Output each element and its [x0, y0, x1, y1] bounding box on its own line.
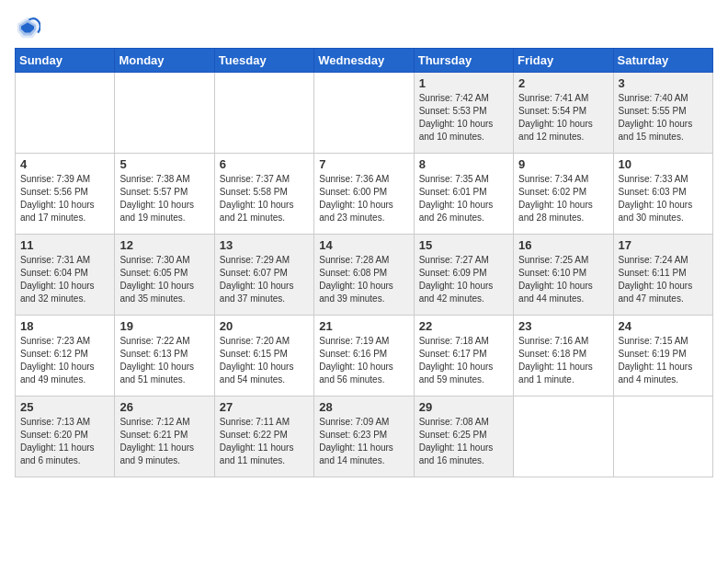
week-row-2: 4Sunrise: 7:39 AM Sunset: 5:56 PM Daylig… [16, 154, 713, 235]
weekday-header-sunday: Sunday [16, 49, 115, 73]
calendar-cell: 19Sunrise: 7:22 AM Sunset: 6:13 PM Dayli… [115, 316, 214, 396]
day-info: Sunrise: 7:40 AM Sunset: 5:55 PM Dayligh… [619, 92, 708, 144]
calendar-cell: 3Sunrise: 7:40 AM Sunset: 5:55 PM Daylig… [613, 73, 712, 154]
day-number: 23 [518, 319, 608, 333]
day-info: Sunrise: 7:42 AM Sunset: 5:53 PM Dayligh… [419, 92, 508, 144]
page-header [15, 15, 713, 40]
day-info: Sunrise: 7:34 AM Sunset: 6:02 PM Dayligh… [518, 173, 608, 224]
weekday-header-wednesday: Wednesday [314, 49, 414, 73]
calendar-cell: 25Sunrise: 7:13 AM Sunset: 6:20 PM Dayli… [16, 396, 115, 477]
calendar-cell: 18Sunrise: 7:23 AM Sunset: 6:12 PM Dayli… [16, 316, 115, 396]
calendar-cell: 28Sunrise: 7:09 AM Sunset: 6:23 PM Dayli… [314, 396, 414, 477]
calendar-cell: 26Sunrise: 7:12 AM Sunset: 6:21 PM Dayli… [115, 396, 214, 477]
calendar-cell [115, 73, 214, 154]
calendar-cell: 17Sunrise: 7:24 AM Sunset: 6:11 PM Dayli… [613, 235, 712, 316]
week-row-5: 25Sunrise: 7:13 AM Sunset: 6:20 PM Dayli… [16, 396, 713, 477]
calendar-cell: 14Sunrise: 7:28 AM Sunset: 6:08 PM Dayli… [314, 235, 414, 316]
day-info: Sunrise: 7:15 AM Sunset: 6:19 PM Dayligh… [619, 335, 708, 386]
calendar-cell [514, 396, 613, 477]
day-number: 5 [119, 157, 209, 171]
calendar-cell [16, 73, 115, 154]
weekday-header-saturday: Saturday [613, 49, 712, 73]
day-number: 4 [20, 157, 109, 171]
weekday-header-tuesday: Tuesday [214, 49, 313, 73]
calendar-cell: 27Sunrise: 7:11 AM Sunset: 6:22 PM Dayli… [214, 396, 313, 477]
day-number: 12 [119, 238, 209, 252]
day-info: Sunrise: 7:11 AM Sunset: 6:22 PM Dayligh… [220, 416, 309, 467]
day-info: Sunrise: 7:29 AM Sunset: 6:07 PM Dayligh… [220, 254, 309, 305]
day-info: Sunrise: 7:30 AM Sunset: 6:05 PM Dayligh… [119, 254, 209, 305]
calendar-cell: 1Sunrise: 7:42 AM Sunset: 5:53 PM Daylig… [414, 73, 513, 154]
logo-icon [15, 15, 40, 40]
day-number: 28 [319, 400, 408, 414]
day-number: 17 [619, 238, 708, 252]
day-number: 9 [518, 157, 608, 171]
calendar-cell: 20Sunrise: 7:20 AM Sunset: 6:15 PM Dayli… [214, 316, 313, 396]
calendar-cell: 23Sunrise: 7:16 AM Sunset: 6:18 PM Dayli… [514, 316, 613, 396]
day-info: Sunrise: 7:37 AM Sunset: 5:58 PM Dayligh… [220, 173, 309, 224]
day-number: 1 [419, 76, 508, 90]
day-info: Sunrise: 7:31 AM Sunset: 6:04 PM Dayligh… [20, 254, 109, 305]
calendar-cell: 15Sunrise: 7:27 AM Sunset: 6:09 PM Dayli… [414, 235, 513, 316]
calendar-cell: 12Sunrise: 7:30 AM Sunset: 6:05 PM Dayli… [115, 235, 214, 316]
day-number: 26 [119, 400, 209, 414]
calendar-cell [314, 73, 414, 154]
day-info: Sunrise: 7:41 AM Sunset: 5:54 PM Dayligh… [518, 92, 608, 144]
calendar-cell: 16Sunrise: 7:25 AM Sunset: 6:10 PM Dayli… [514, 235, 613, 316]
weekday-header-row: SundayMondayTuesdayWednesdayThursdayFrid… [16, 49, 713, 73]
calendar-cell: 5Sunrise: 7:38 AM Sunset: 5:57 PM Daylig… [115, 154, 214, 235]
calendar-cell: 2Sunrise: 7:41 AM Sunset: 5:54 PM Daylig… [514, 73, 613, 154]
calendar-cell: 11Sunrise: 7:31 AM Sunset: 6:04 PM Dayli… [16, 235, 115, 316]
day-info: Sunrise: 7:19 AM Sunset: 6:16 PM Dayligh… [319, 335, 408, 386]
day-number: 19 [119, 319, 209, 333]
day-info: Sunrise: 7:25 AM Sunset: 6:10 PM Dayligh… [518, 254, 608, 305]
day-number: 3 [619, 76, 708, 90]
calendar-cell: 29Sunrise: 7:08 AM Sunset: 6:25 PM Dayli… [414, 396, 513, 477]
day-info: Sunrise: 7:20 AM Sunset: 6:15 PM Dayligh… [220, 335, 309, 386]
day-info: Sunrise: 7:08 AM Sunset: 6:25 PM Dayligh… [419, 416, 508, 467]
week-row-4: 18Sunrise: 7:23 AM Sunset: 6:12 PM Dayli… [16, 316, 713, 396]
calendar-cell [613, 396, 712, 477]
calendar-cell: 21Sunrise: 7:19 AM Sunset: 6:16 PM Dayli… [314, 316, 414, 396]
calendar-table: SundayMondayTuesdayWednesdayThursdayFrid… [15, 48, 713, 477]
day-number: 24 [619, 319, 708, 333]
day-info: Sunrise: 7:16 AM Sunset: 6:18 PM Dayligh… [518, 335, 608, 386]
day-info: Sunrise: 7:18 AM Sunset: 6:17 PM Dayligh… [419, 335, 508, 386]
day-info: Sunrise: 7:22 AM Sunset: 6:13 PM Dayligh… [119, 335, 209, 386]
weekday-header-thursday: Thursday [414, 49, 513, 73]
day-number: 22 [419, 319, 508, 333]
day-number: 10 [619, 157, 708, 171]
calendar-cell: 6Sunrise: 7:37 AM Sunset: 5:58 PM Daylig… [214, 154, 313, 235]
day-number: 7 [319, 157, 408, 171]
week-row-3: 11Sunrise: 7:31 AM Sunset: 6:04 PM Dayli… [16, 235, 713, 316]
weekday-header-monday: Monday [115, 49, 214, 73]
day-number: 18 [20, 319, 109, 333]
day-number: 13 [220, 238, 309, 252]
calendar-cell: 24Sunrise: 7:15 AM Sunset: 6:19 PM Dayli… [613, 316, 712, 396]
day-info: Sunrise: 7:33 AM Sunset: 6:03 PM Dayligh… [619, 173, 708, 224]
day-number: 16 [518, 238, 608, 252]
day-number: 29 [419, 400, 508, 414]
calendar-cell: 8Sunrise: 7:35 AM Sunset: 6:01 PM Daylig… [414, 154, 513, 235]
day-number: 2 [518, 76, 608, 90]
calendar-cell: 9Sunrise: 7:34 AM Sunset: 6:02 PM Daylig… [514, 154, 613, 235]
day-number: 14 [319, 238, 408, 252]
day-info: Sunrise: 7:12 AM Sunset: 6:21 PM Dayligh… [119, 416, 209, 467]
day-number: 6 [220, 157, 309, 171]
calendar-cell: 10Sunrise: 7:33 AM Sunset: 6:03 PM Dayli… [613, 154, 712, 235]
day-info: Sunrise: 7:28 AM Sunset: 6:08 PM Dayligh… [319, 254, 408, 305]
day-info: Sunrise: 7:09 AM Sunset: 6:23 PM Dayligh… [319, 416, 408, 467]
day-info: Sunrise: 7:27 AM Sunset: 6:09 PM Dayligh… [419, 254, 508, 305]
day-number: 21 [319, 319, 408, 333]
day-number: 11 [20, 238, 109, 252]
calendar-cell: 22Sunrise: 7:18 AM Sunset: 6:17 PM Dayli… [414, 316, 513, 396]
calendar-cell: 13Sunrise: 7:29 AM Sunset: 6:07 PM Dayli… [214, 235, 313, 316]
day-number: 20 [220, 319, 309, 333]
calendar-cell [214, 73, 313, 154]
day-number: 27 [220, 400, 309, 414]
day-number: 25 [20, 400, 109, 414]
logo [15, 15, 44, 40]
calendar-cell: 4Sunrise: 7:39 AM Sunset: 5:56 PM Daylig… [16, 154, 115, 235]
day-number: 8 [419, 157, 508, 171]
day-info: Sunrise: 7:38 AM Sunset: 5:57 PM Dayligh… [119, 173, 209, 224]
